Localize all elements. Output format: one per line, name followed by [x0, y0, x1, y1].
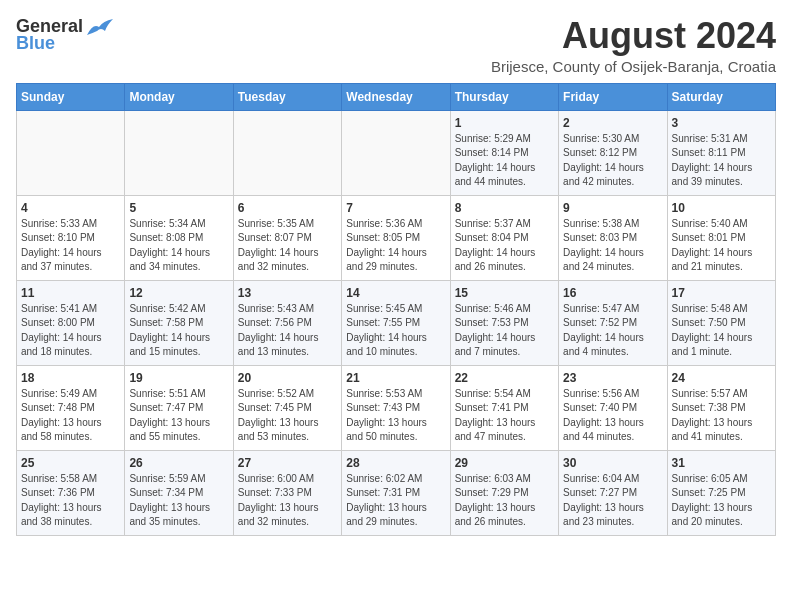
day-cell: 30Sunrise: 6:04 AMSunset: 7:27 PMDayligh… [559, 450, 667, 535]
weekday-header-saturday: Saturday [667, 83, 775, 110]
day-info: Sunrise: 5:38 AMSunset: 8:03 PMDaylight:… [563, 217, 662, 275]
day-cell: 28Sunrise: 6:02 AMSunset: 7:31 PMDayligh… [342, 450, 450, 535]
day-number: 31 [672, 456, 771, 470]
day-info: Sunrise: 5:41 AMSunset: 8:00 PMDaylight:… [21, 302, 120, 360]
calendar-table: SundayMondayTuesdayWednesdayThursdayFrid… [16, 83, 776, 536]
day-number: 4 [21, 201, 120, 215]
day-cell: 2Sunrise: 5:30 AMSunset: 8:12 PMDaylight… [559, 110, 667, 195]
day-info: Sunrise: 5:48 AMSunset: 7:50 PMDaylight:… [672, 302, 771, 360]
day-number: 18 [21, 371, 120, 385]
day-number: 21 [346, 371, 445, 385]
day-info: Sunrise: 6:04 AMSunset: 7:27 PMDaylight:… [563, 472, 662, 530]
day-info: Sunrise: 6:02 AMSunset: 7:31 PMDaylight:… [346, 472, 445, 530]
day-cell: 23Sunrise: 5:56 AMSunset: 7:40 PMDayligh… [559, 365, 667, 450]
logo-bird-icon [85, 17, 113, 37]
day-number: 16 [563, 286, 662, 300]
day-info: Sunrise: 6:03 AMSunset: 7:29 PMDaylight:… [455, 472, 554, 530]
week-row-4: 18Sunrise: 5:49 AMSunset: 7:48 PMDayligh… [17, 365, 776, 450]
week-row-2: 4Sunrise: 5:33 AMSunset: 8:10 PMDaylight… [17, 195, 776, 280]
day-number: 8 [455, 201, 554, 215]
day-info: Sunrise: 5:51 AMSunset: 7:47 PMDaylight:… [129, 387, 228, 445]
day-number: 3 [672, 116, 771, 130]
week-row-1: 1Sunrise: 5:29 AMSunset: 8:14 PMDaylight… [17, 110, 776, 195]
day-info: Sunrise: 5:31 AMSunset: 8:11 PMDaylight:… [672, 132, 771, 190]
weekday-header-monday: Monday [125, 83, 233, 110]
day-info: Sunrise: 5:49 AMSunset: 7:48 PMDaylight:… [21, 387, 120, 445]
day-number: 15 [455, 286, 554, 300]
day-cell: 6Sunrise: 5:35 AMSunset: 8:07 PMDaylight… [233, 195, 341, 280]
day-cell: 15Sunrise: 5:46 AMSunset: 7:53 PMDayligh… [450, 280, 558, 365]
day-number: 24 [672, 371, 771, 385]
day-cell: 7Sunrise: 5:36 AMSunset: 8:05 PMDaylight… [342, 195, 450, 280]
weekday-header-thursday: Thursday [450, 83, 558, 110]
day-info: Sunrise: 5:53 AMSunset: 7:43 PMDaylight:… [346, 387, 445, 445]
day-cell: 10Sunrise: 5:40 AMSunset: 8:01 PMDayligh… [667, 195, 775, 280]
page-header: General Blue August 2024 Brijesce, Count… [16, 16, 776, 75]
day-number: 10 [672, 201, 771, 215]
logo-blue-text: Blue [16, 33, 55, 54]
day-info: Sunrise: 5:58 AMSunset: 7:36 PMDaylight:… [21, 472, 120, 530]
day-cell: 12Sunrise: 5:42 AMSunset: 7:58 PMDayligh… [125, 280, 233, 365]
day-cell: 11Sunrise: 5:41 AMSunset: 8:00 PMDayligh… [17, 280, 125, 365]
calendar-body: 1Sunrise: 5:29 AMSunset: 8:14 PMDaylight… [17, 110, 776, 535]
day-cell: 19Sunrise: 5:51 AMSunset: 7:47 PMDayligh… [125, 365, 233, 450]
day-info: Sunrise: 5:40 AMSunset: 8:01 PMDaylight:… [672, 217, 771, 275]
day-number: 28 [346, 456, 445, 470]
day-cell: 27Sunrise: 6:00 AMSunset: 7:33 PMDayligh… [233, 450, 341, 535]
day-number: 13 [238, 286, 337, 300]
day-cell: 17Sunrise: 5:48 AMSunset: 7:50 PMDayligh… [667, 280, 775, 365]
day-cell: 5Sunrise: 5:34 AMSunset: 8:08 PMDaylight… [125, 195, 233, 280]
day-info: Sunrise: 5:56 AMSunset: 7:40 PMDaylight:… [563, 387, 662, 445]
day-cell: 25Sunrise: 5:58 AMSunset: 7:36 PMDayligh… [17, 450, 125, 535]
day-info: Sunrise: 5:52 AMSunset: 7:45 PMDaylight:… [238, 387, 337, 445]
week-row-3: 11Sunrise: 5:41 AMSunset: 8:00 PMDayligh… [17, 280, 776, 365]
day-number: 22 [455, 371, 554, 385]
day-cell: 24Sunrise: 5:57 AMSunset: 7:38 PMDayligh… [667, 365, 775, 450]
day-info: Sunrise: 5:30 AMSunset: 8:12 PMDaylight:… [563, 132, 662, 190]
weekday-header-tuesday: Tuesday [233, 83, 341, 110]
day-info: Sunrise: 5:34 AMSunset: 8:08 PMDaylight:… [129, 217, 228, 275]
day-cell: 26Sunrise: 5:59 AMSunset: 7:34 PMDayligh… [125, 450, 233, 535]
weekday-header-wednesday: Wednesday [342, 83, 450, 110]
day-info: Sunrise: 5:54 AMSunset: 7:41 PMDaylight:… [455, 387, 554, 445]
day-number: 5 [129, 201, 228, 215]
day-cell: 4Sunrise: 5:33 AMSunset: 8:10 PMDaylight… [17, 195, 125, 280]
day-cell: 21Sunrise: 5:53 AMSunset: 7:43 PMDayligh… [342, 365, 450, 450]
day-number: 17 [672, 286, 771, 300]
day-cell: 3Sunrise: 5:31 AMSunset: 8:11 PMDaylight… [667, 110, 775, 195]
day-number: 1 [455, 116, 554, 130]
day-cell: 18Sunrise: 5:49 AMSunset: 7:48 PMDayligh… [17, 365, 125, 450]
main-title: August 2024 [491, 16, 776, 56]
day-info: Sunrise: 5:47 AMSunset: 7:52 PMDaylight:… [563, 302, 662, 360]
day-cell: 14Sunrise: 5:45 AMSunset: 7:55 PMDayligh… [342, 280, 450, 365]
day-cell: 20Sunrise: 5:52 AMSunset: 7:45 PMDayligh… [233, 365, 341, 450]
day-cell: 22Sunrise: 5:54 AMSunset: 7:41 PMDayligh… [450, 365, 558, 450]
day-number: 7 [346, 201, 445, 215]
day-info: Sunrise: 5:36 AMSunset: 8:05 PMDaylight:… [346, 217, 445, 275]
day-cell [125, 110, 233, 195]
day-cell [17, 110, 125, 195]
day-info: Sunrise: 5:43 AMSunset: 7:56 PMDaylight:… [238, 302, 337, 360]
day-number: 25 [21, 456, 120, 470]
day-number: 14 [346, 286, 445, 300]
calendar-header: SundayMondayTuesdayWednesdayThursdayFrid… [17, 83, 776, 110]
day-number: 29 [455, 456, 554, 470]
day-info: Sunrise: 5:35 AMSunset: 8:07 PMDaylight:… [238, 217, 337, 275]
day-cell [342, 110, 450, 195]
day-info: Sunrise: 5:59 AMSunset: 7:34 PMDaylight:… [129, 472, 228, 530]
day-info: Sunrise: 5:42 AMSunset: 7:58 PMDaylight:… [129, 302, 228, 360]
day-number: 27 [238, 456, 337, 470]
day-info: Sunrise: 5:57 AMSunset: 7:38 PMDaylight:… [672, 387, 771, 445]
day-cell: 13Sunrise: 5:43 AMSunset: 7:56 PMDayligh… [233, 280, 341, 365]
day-number: 12 [129, 286, 228, 300]
day-number: 23 [563, 371, 662, 385]
week-row-5: 25Sunrise: 5:58 AMSunset: 7:36 PMDayligh… [17, 450, 776, 535]
day-number: 19 [129, 371, 228, 385]
day-cell: 9Sunrise: 5:38 AMSunset: 8:03 PMDaylight… [559, 195, 667, 280]
day-info: Sunrise: 5:46 AMSunset: 7:53 PMDaylight:… [455, 302, 554, 360]
day-number: 11 [21, 286, 120, 300]
day-cell: 29Sunrise: 6:03 AMSunset: 7:29 PMDayligh… [450, 450, 558, 535]
day-cell: 16Sunrise: 5:47 AMSunset: 7:52 PMDayligh… [559, 280, 667, 365]
day-info: Sunrise: 5:37 AMSunset: 8:04 PMDaylight:… [455, 217, 554, 275]
day-cell: 8Sunrise: 5:37 AMSunset: 8:04 PMDaylight… [450, 195, 558, 280]
